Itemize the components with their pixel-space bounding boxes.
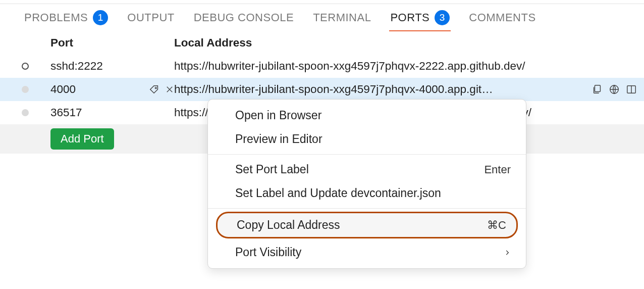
header-local-address: Local Address (174, 36, 644, 50)
menu-set-port-label[interactable]: Set Port Label Enter (208, 158, 526, 181)
local-address: https://hubwriter-jubilant-spoon-xxg4597… (174, 60, 637, 73)
menu-label: Preview in Editor (235, 132, 323, 146)
tab-terminal[interactable]: TERMINAL (313, 11, 371, 24)
port-label: 4000 (50, 83, 144, 96)
menu-copy-local-address[interactable]: Copy Local Address ⌘C (218, 213, 516, 237)
tab-label: COMMENTS (469, 11, 535, 24)
port-status-icon (0, 63, 50, 70)
menu-open-in-browser[interactable]: Open in Browser (208, 104, 526, 127)
header-port: Port (50, 36, 174, 50)
tab-label: PORTS (390, 11, 430, 24)
tab-comments[interactable]: COMMENTS (469, 11, 535, 24)
copy-icon[interactable] (592, 84, 603, 95)
menu-label: Set Label and Update devcontainer.json (235, 186, 441, 200)
tab-label: TERMINAL (313, 11, 371, 24)
tab-output[interactable]: OUTPUT (127, 11, 174, 24)
tab-ports[interactable]: PORTS 3 (390, 10, 450, 25)
tab-label: PROBLEMS (24, 11, 88, 24)
table-header: Port Local Address (0, 33, 644, 55)
tab-label: DEBUG CONSOLE (194, 11, 294, 24)
menu-separator (208, 154, 526, 155)
tab-debug-console[interactable]: DEBUG CONSOLE (194, 11, 294, 24)
menu-label: Set Port Label (235, 163, 309, 176)
port-status-icon (0, 86, 50, 93)
menu-label: Port Visibility (235, 246, 301, 259)
globe-icon[interactable] (609, 84, 620, 95)
table-row[interactable]: 4000 https://hubwriter-jubilant-spoon-xx… (0, 78, 644, 101)
table-row[interactable]: sshd:2222 https://hubwriter-jubilant-spo… (0, 55, 644, 78)
port-label: sshd:2222 (50, 60, 174, 73)
close-icon[interactable] (165, 85, 174, 94)
menu-preview-in-editor[interactable]: Preview in Editor (208, 127, 526, 151)
tag-icon[interactable] (149, 84, 160, 95)
tab-label: OUTPUT (127, 11, 174, 24)
menu-port-visibility[interactable]: Port Visibility (208, 240, 526, 264)
menu-label: Copy Local Address (237, 218, 340, 232)
menu-separator (208, 208, 526, 209)
port-label: 36517 (50, 106, 174, 119)
svg-point-0 (155, 87, 156, 89)
ports-badge: 3 (435, 10, 450, 25)
context-menu: Open in Browser Preview in Editor Set Po… (207, 99, 526, 269)
tab-problems[interactable]: PROBLEMS 1 (24, 10, 108, 25)
menu-shortcut: Enter (484, 163, 511, 176)
chevron-right-icon (504, 249, 511, 256)
add-port-button[interactable]: Add Port (50, 128, 114, 150)
menu-label: Open in Browser (235, 109, 321, 122)
svg-rect-1 (595, 85, 600, 92)
menu-set-label-update-devcontainer[interactable]: Set Label and Update devcontainer.json (208, 181, 526, 205)
menu-shortcut: ⌘C (487, 219, 506, 232)
panel-tabbar: PROBLEMS 1 OUTPUT DEBUG CONSOLE TERMINAL… (0, 4, 644, 30)
split-editor-icon[interactable] (626, 84, 637, 95)
problems-badge: 1 (93, 10, 108, 25)
local-address: https://hubwriter-jubilant-spoon-xxg4597… (174, 83, 585, 96)
port-status-icon (0, 109, 50, 116)
panel-divider (0, 0, 644, 4)
menu-highlighted-item: Copy Local Address ⌘C (216, 212, 518, 238)
